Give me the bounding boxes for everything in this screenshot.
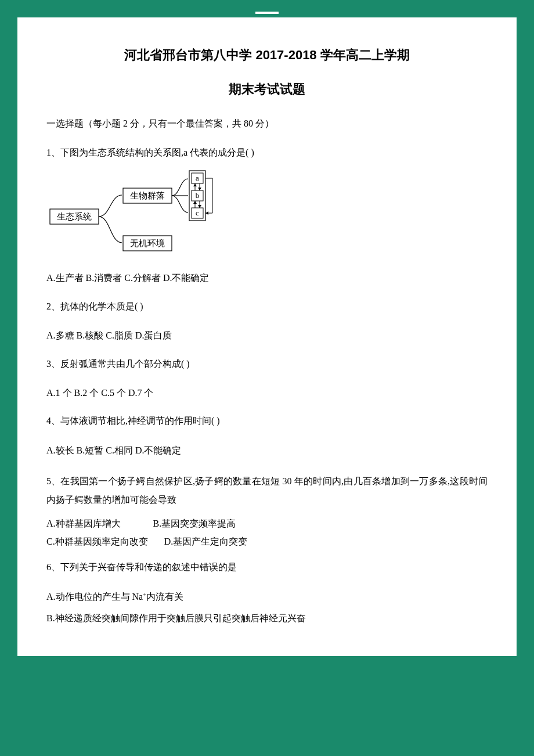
diagram-node-b: b [196, 191, 200, 200]
diagram-node-c: c [196, 208, 199, 217]
q6-optA-pre: A.动作电位的产生与 Na [46, 592, 143, 602]
q1-options: A.生产者 B.消费者 C.分解者 D.不能确定 [46, 272, 488, 285]
q2-options: A.多糖 B.核酸 C.脂质 D.蛋白质 [46, 329, 488, 342]
q1-diagram: 生态系统 生物群落 无机环境 a b c [46, 167, 488, 260]
q4-text: 4、与体液调节相比,神经调节的作用时间( ) [46, 415, 488, 427]
exam-page: 河北省邢台市第八中学 2017-2018 学年高二上学期 期末考试试题 一选择题… [17, 17, 517, 656]
title-line-1: 河北省邢台市第八中学 2017-2018 学年高二上学期 [46, 46, 488, 64]
svg-marker-10 [198, 188, 201, 190]
q4-options: A.较长 B.短暂 C.相同 D.不能确定 [46, 444, 488, 457]
title-line-2: 期末考试试题 [46, 81, 488, 99]
top-mark [255, 12, 279, 14]
q3-options: A.1 个 B.2 个 C.5 个 D.7 个 [46, 387, 488, 399]
q1-text: 1、下图为生态系统结构的关系图,a 代表的成分是( ) [46, 146, 488, 159]
q6-text: 6、下列关于兴奋传导和传递的叙述中错误的是 [46, 561, 488, 574]
q2-text: 2、抗体的化学本质是( ) [46, 300, 488, 313]
ecosystem-diagram-svg: 生态系统 生物群落 无机环境 a b c [46, 167, 232, 260]
diagram-branch1-label: 生物群落 [130, 191, 165, 200]
svg-marker-14 [198, 205, 201, 208]
diagram-root-label: 生态系统 [57, 212, 92, 221]
section-instruction: 一选择题（每小题 2 分，只有一个最佳答案，共 80 分） [46, 117, 488, 130]
q3-text: 3、反射弧通常共由几个部分构成( ) [46, 358, 488, 370]
q5-optA: A.种群基因库增大 [46, 519, 121, 528]
q5-optD: D.基因产生定向突变 [164, 537, 248, 546]
svg-marker-8 [193, 183, 197, 186]
diagram-node-a: a [196, 174, 199, 182]
svg-marker-15 [205, 211, 208, 215]
diagram-branch2-label: 无机环境 [130, 239, 165, 248]
q5-text: 5、在我国第一个扬子鳄自然保护区,扬子鳄的数量在短短 30 年的时间内,由几百条… [46, 472, 488, 509]
q5-options: A.种群基因库增大 B.基因突变频率提高 C.种群基因频率定向改变 D.基因产生… [46, 517, 488, 548]
q6-optA: A.动作电位的产生与 Na+内流有关 [46, 590, 488, 604]
q6-optB: B.神经递质经突触间隙作用于突触后膜只引起突触后神经元兴奋 [46, 612, 488, 625]
q5-options-row1: A.种群基因库增大 B.基因突变频率提高 [46, 517, 488, 530]
q5-optB: B.基因突变频率提高 [153, 519, 236, 528]
q5-optC: C.种群基因频率定向改变 [46, 537, 148, 546]
q6-optA-post: 内流有关 [146, 592, 183, 602]
q5-options-row2: C.种群基因频率定向改变 D.基因产生定向突变 [46, 535, 488, 548]
svg-marker-12 [193, 201, 197, 204]
